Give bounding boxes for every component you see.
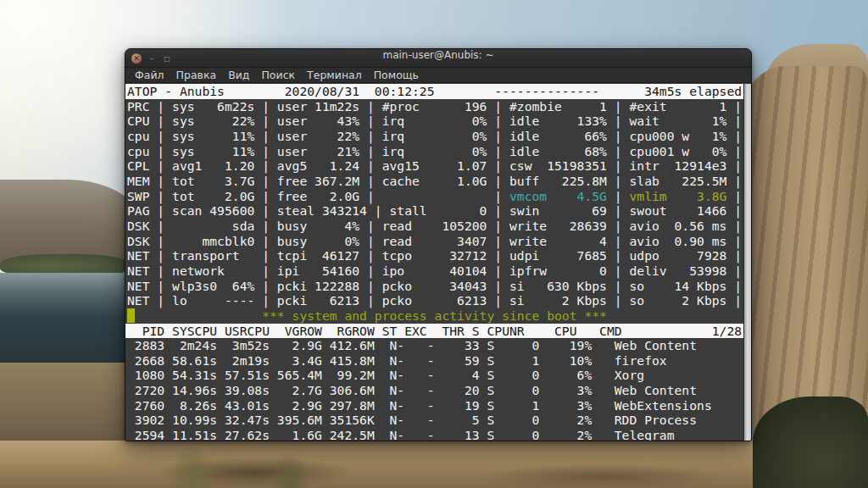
process-row: 2883 2m24s 3m52s 2.9G 412.6M N- - 33 S 0… [127,338,751,353]
grass-tuft [170,447,215,488]
foreground-rocks [0,441,868,488]
process-table-header: PID SYSCPU USRCPU VGROW RGROW ST EXC THR… [125,324,751,339]
atop-line-cpu-core0: cpu | sys 11% | user 22% | irq 0% | idle… [127,129,751,144]
terminal-cursor [127,308,135,323]
rock-shadow [475,464,729,488]
process-row: 2720 14.96s 39.08s 2.7G 306.6M N- - 20 S… [127,383,751,398]
process-row: 2760 8.26s 43.01s 2.9G 297.8M N- - 19 S … [127,398,751,413]
atop-line-cpl: CPL | avg1 1.20 | avg5 1.24 | avg15 1.07… [127,158,751,174]
atop-line-swp: SWP | tot 2.0G | free 2.0G | | vmcom 4.5… [127,189,751,204]
pond [0,273,127,366]
swp-suffix: | [726,189,742,203]
bush-bottom-right [753,396,868,488]
menu-item-edit[interactable]: Правка [170,68,223,82]
menu-item-help[interactable]: Помощь [368,68,425,82]
desktop-background: ✕ – □ main-user@Anubis: ~ Файл Правка Ви… [0,0,868,488]
atop-line-dsk-mmcblk0: DSK | mmcblk0 | busy 0% | read 3407 | wr… [127,234,751,249]
atop-header-line: ATOP - Anubis 2020/08/31 00:12:25 ------… [125,84,751,99]
atop-line-mem: MEM | tot 3.7G | free 367.2M | cache 1.0… [127,174,751,189]
atop-banner-line: *** system and process activity since bo… [127,308,751,324]
menu-item-file[interactable]: Файл [129,68,170,82]
atop-line-cpu-core1: cpu | sys 11% | user 21% | irq 0% | idle… [127,144,751,159]
process-row: 3902 10.99s 32.47s 395.6M 35156K N- - 5 … [127,413,751,428]
atop-line-net-network: NET | network | ipi 54160 | ipo 40104 | … [127,263,751,279]
titlebar[interactable]: ✕ – □ main-user@Anubis: ~ [125,49,751,68]
atop-line-pag: PAG | scan 495600 | steal 343214 | stall… [127,203,751,219]
menubar: Файл Правка Вид Поиск Терминал Помощь [125,68,751,83]
atop-line-prc: PRC | sys 6m22s | user 11m22s | #proc 19… [127,99,751,114]
atop-line-net-wlp3s0: NET | wlp3s0 64% | pcki 122288 | pcko 34… [127,279,751,294]
process-row: 1080 54.31s 57.51s 565.4M 99.2M N- - 4 S… [127,368,751,383]
grass-tuft [271,454,309,488]
atop-line-net-transport: NET | transport | tcpi 46127 | tcpo 3271… [127,248,751,263]
terminal-window: ✕ – □ main-user@Anubis: ~ Файл Правка Ви… [125,48,752,441]
menu-item-terminal[interactable]: Терминал [301,68,368,82]
swp-vmlim-value: vmlim 3.8G [629,189,726,203]
menu-item-view[interactable]: Вид [222,68,255,82]
atop-line-dsk-sda: DSK | sda | busy 4% | read 105200 | writ… [127,219,751,234]
process-row: 2668 58.61s 2m19s 3.4G 415.8M N- - 59 S … [127,353,751,369]
terminal-screen[interactable]: ATOP - Anubis 2020/08/31 00:12:25 ------… [125,84,751,441]
swp-vmcom-value: vmcom 4.5G [509,189,607,203]
atop-line-net-lo: NET | lo ---- | pcki 6213 | pcko 6213 | … [127,293,751,308]
swp-separator: | [607,189,630,203]
window-title: main-user@Anubis: ~ [125,49,751,68]
scrollbar[interactable] [743,84,751,441]
process-row: 2594 11.51s 27.62s 1.6G 242.5M N- - 13 S… [127,428,751,441]
menu-item-search[interactable]: Поиск [255,68,301,82]
atop-line-cpu-total: CPU | sys 22% | user 43% | irq 0% | idle… [127,114,751,129]
banner-text: *** system and process activity since bo… [135,308,607,323]
swp-prefix: SWP | tot 2.0G | free 2.0G | | [127,189,509,203]
